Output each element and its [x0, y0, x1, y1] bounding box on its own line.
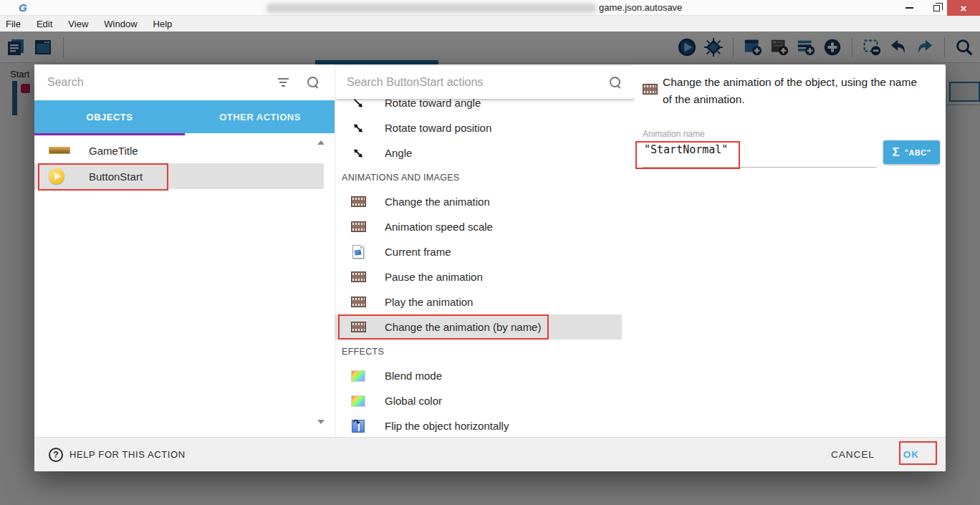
objects-scrollbar[interactable] — [315, 139, 326, 425]
action-row-rotate-toward-position[interactable]: Rotate toward position — [335, 115, 622, 140]
animation-name-label: Animation name — [643, 129, 705, 139]
ok-button[interactable]: OK — [903, 449, 919, 460]
object-row-buttonstart[interactable]: ButtonStart — [34, 163, 324, 189]
action-label: Animation speed scale — [385, 221, 493, 233]
menu-edit[interactable]: Edit — [29, 16, 60, 32]
action-list: Rotate toward angleRotate toward positio… — [335, 64, 622, 437]
action-row-animation-speed-scale[interactable]: Animation speed scale — [335, 214, 622, 239]
object-list: GameTitleButtonStart — [34, 138, 324, 189]
gdevelop-logo-icon: G — [19, 1, 32, 14]
action-row-change-the-animation[interactable]: Change the animation — [335, 189, 622, 214]
filmstrip-icon — [643, 84, 658, 95]
input-underline — [643, 167, 877, 168]
filter-icon[interactable] — [277, 78, 289, 87]
menu-window[interactable]: Window — [96, 16, 145, 32]
objects-search-placeholder: Search — [34, 76, 277, 89]
rainbow-icon — [350, 395, 367, 407]
action-label: Pause the animation — [385, 271, 483, 283]
frame-icon — [350, 245, 367, 259]
action-row-change-the-animation-by-name-[interactable]: Change the animation (by name) — [335, 314, 622, 340]
minimize-button[interactable] — [897, 0, 921, 16]
actions-search-field[interactable]: Search ButtonStart actions — [335, 66, 635, 99]
objects-panel: Search OBJECTSOTHER ACTIONS GameTitleBut… — [34, 64, 335, 437]
search-icon — [610, 77, 622, 89]
menu-view[interactable]: View — [60, 16, 96, 32]
menu-help[interactable]: Help — [145, 16, 181, 32]
animation-name-input[interactable]: "StartNormal" — [644, 143, 728, 156]
cancel-button[interactable]: CANCEL — [831, 449, 875, 460]
flip-horizontal-icon — [350, 420, 367, 433]
filmstrip-icon — [350, 322, 367, 332]
action-editor-dialog: Search OBJECTSOTHER ACTIONS GameTitleBut… — [34, 64, 946, 471]
rainbow-icon — [350, 370, 367, 382]
objects-tab-bar: OBJECTSOTHER ACTIONS — [34, 100, 335, 133]
action-label: Change the animation (by name) — [385, 321, 541, 333]
actions-search-placeholder: Search ButtonStart actions — [335, 76, 610, 89]
expression-editor-button[interactable]: Σ "ABC" — [883, 140, 940, 164]
action-parameters-panel: Change the animation of the object, usin… — [635, 64, 946, 437]
filmstrip-icon — [350, 221, 367, 232]
action-label: Blend mode — [385, 370, 442, 382]
action-row-blend-mode[interactable]: Blend mode — [335, 363, 622, 388]
action-label: Change the animation — [385, 196, 490, 208]
help-label: HELP FOR THIS ACTION — [69, 449, 186, 460]
object-name: GameTitle — [89, 145, 138, 157]
action-label: Current frame — [385, 246, 451, 258]
play-button-sprite-icon — [49, 168, 73, 184]
filmstrip-icon — [350, 196, 367, 207]
diagonal-double-arrow-icon — [350, 147, 367, 160]
menu-file[interactable]: File — [0, 16, 29, 32]
restore-button[interactable] — [924, 0, 948, 16]
help-button[interactable]: ? HELP FOR THIS ACTION — [49, 448, 186, 462]
menu-bar: FileEditViewWindowHelp — [0, 16, 980, 32]
filmstrip-icon — [350, 297, 367, 307]
abc-label: "ABC" — [905, 148, 931, 157]
actions-panel: Rotate toward angleRotate toward positio… — [335, 64, 635, 437]
object-row-gametitle[interactable]: GameTitle — [34, 138, 324, 163]
tab-objects[interactable]: OBJECTS — [34, 100, 185, 133]
action-label: Angle — [385, 147, 412, 159]
action-row-angle[interactable]: Angle — [335, 140, 622, 165]
action-row-current-frame[interactable]: Current frame — [335, 239, 622, 264]
tab-other-actions[interactable]: OTHER ACTIONS — [185, 100, 335, 133]
action-row-flip-the-object-horizontally[interactable]: Flip the object horizontally — [335, 413, 622, 437]
filmstrip-icon — [350, 271, 367, 282]
action-row-play-the-animation[interactable]: Play the animation — [335, 289, 622, 314]
action-row-global-color[interactable]: Global color — [335, 388, 622, 413]
scroll-up-icon[interactable] — [317, 140, 325, 145]
blurred-title-path — [266, 4, 596, 13]
search-icon — [307, 77, 320, 89]
gametitle-sprite-icon — [49, 147, 73, 154]
dialog-footer: ? HELP FOR THIS ACTION CANCEL OK — [34, 437, 946, 471]
window-title: game.json.autosave — [599, 2, 682, 13]
action-label: Global color — [385, 395, 442, 407]
action-description: Change the animation of the object, usin… — [663, 74, 924, 108]
scroll-down-icon[interactable] — [317, 420, 325, 424]
sigma-icon: Σ — [893, 145, 900, 160]
diagonal-double-arrow-icon — [350, 122, 367, 135]
action-label: Flip the object horizontally — [385, 420, 509, 432]
action-label: Play the animation — [385, 296, 473, 308]
question-mark-icon: ? — [49, 448, 63, 462]
objects-search-field[interactable]: Search — [34, 64, 335, 100]
active-tab-underline — [34, 133, 185, 135]
action-row-pause-the-animation[interactable]: Pause the animation — [335, 264, 622, 289]
section-header-animations-and-images: ANIMATIONS AND IMAGES — [335, 165, 622, 189]
title-bar: G game.json.autosave × — [0, 0, 980, 16]
section-header-effects: EFFECTS — [335, 340, 622, 363]
action-label: Rotate toward position — [385, 122, 491, 134]
object-name: ButtonStart — [89, 170, 143, 183]
close-button[interactable]: × — [947, 0, 980, 16]
